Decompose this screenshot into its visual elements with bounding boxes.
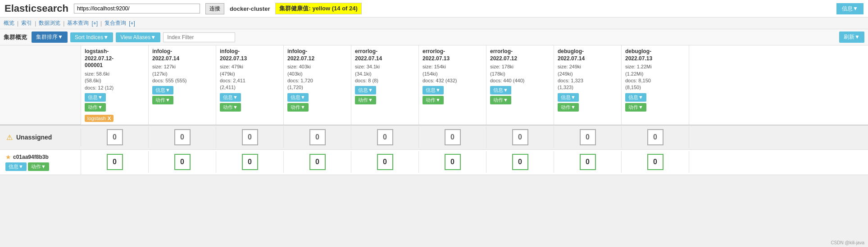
- nav-basic-plus[interactable]: [+]: [91, 20, 98, 27]
- node-shard-7: 0: [486, 151, 554, 173]
- index-meta: size: 34.1ki(34.1ki)docs: 8 (8): [355, 63, 415, 84]
- index-col-logstash: logstash-2022.07.12-000001 size: 58.6ki(…: [81, 45, 149, 125]
- index-meta: size: 1.22Mi(1.22Mi)docs: 8,150(8,150): [625, 63, 685, 91]
- info-button-debuglog14[interactable]: 信息▼: [558, 93, 579, 102]
- info-button-logstash[interactable]: 信息▼: [85, 93, 106, 102]
- action-button-logstash[interactable]: 动作▼: [85, 103, 106, 112]
- url-input[interactable]: [74, 4, 200, 13]
- unassigned-shard-2: 0: [149, 126, 216, 148]
- node-shard-4: 0: [284, 151, 351, 173]
- index-meta: size: 154ki(154ki)docs: 432 (432): [423, 63, 482, 84]
- nav-complex-plus[interactable]: [+]: [129, 20, 135, 27]
- unassigned-shard-1: 0: [81, 126, 149, 148]
- info-top-button[interactable]: 信息▼: [836, 3, 863, 14]
- index-name: errorlog-2022.07.14: [355, 48, 415, 62]
- unassigned-shard-7: 0: [486, 126, 554, 148]
- header: Elasticsearch 连接 docker-cluster 集群健康值: y…: [0, 0, 868, 18]
- index-name: errorlog-2022.07.13: [423, 48, 482, 62]
- toolbar: 集群概览 集群排序▼ Sort Indices▼ View Aliases▼ 刷…: [0, 29, 868, 45]
- cluster-sort-button[interactable]: 集群排序▼: [32, 31, 68, 43]
- cluster-name: docker-cluster: [230, 5, 270, 12]
- app-title: Elasticsearch: [5, 3, 68, 14]
- sort-indices-button[interactable]: Sort Indices▼: [70, 32, 113, 42]
- info-button-infolog13[interactable]: 信息▼: [220, 93, 241, 102]
- index-meta: size: 479ki(479ki)docs: 2,411(2,411): [220, 63, 280, 91]
- unassigned-shard-5: 0: [351, 126, 419, 148]
- star-icon: ★: [5, 153, 11, 161]
- index-col-infolog-14: infolog-2022.07.14 size: 127ki(127ki)doc…: [149, 45, 216, 125]
- nav-complex-query[interactable]: 复合查询: [105, 19, 126, 27]
- index-meta: size: 403ki(403ki)docs: 1,720(1,720): [287, 63, 347, 91]
- info-button-infolog12[interactable]: 信息▼: [287, 93, 309, 102]
- index-name: debuglog-2022.07.14: [558, 48, 618, 62]
- node-shard-2: 0: [149, 151, 216, 173]
- index-name: infolog-2022.07.14: [152, 48, 212, 62]
- action-button-debuglog14[interactable]: 动作▼: [558, 103, 579, 112]
- node-shard-5: 0: [351, 151, 419, 173]
- index-col-errorlog-13: errorlog-2022.07.13 size: 154ki(154ki)do…: [419, 45, 486, 125]
- index-headers-row: logstash-2022.07.12-000001 size: 58.6ki(…: [0, 45, 868, 125]
- node-shard-1: 0: [81, 151, 149, 173]
- index-col-errorlog-14: errorlog-2022.07.14 size: 34.1ki(34.1ki)…: [351, 45, 419, 125]
- node-shard-6: 0: [419, 151, 486, 173]
- index-col-debuglog-14: debuglog-2022.07.14 size: 249ki(249ki)do…: [554, 45, 622, 125]
- info-button-debuglog13[interactable]: 信息▼: [625, 93, 646, 102]
- index-col-debuglog-13: debuglog-2022.07.13 size: 1.22Mi(1.22Mi)…: [622, 45, 689, 125]
- action-button-infolog14[interactable]: 动作▼: [152, 96, 173, 104]
- refresh-button[interactable]: 刷新▼: [839, 31, 864, 43]
- unassigned-shard-3: 0: [216, 126, 284, 148]
- unassigned-label: Unassigned: [16, 134, 52, 141]
- index-meta: size: 178ki(178ki)docs: 440 (440): [490, 63, 550, 84]
- index-name: errorlog-2022.07.12: [490, 48, 550, 62]
- action-button-errorlog14[interactable]: 动作▼: [355, 96, 376, 104]
- warning-icon: ⚠: [6, 133, 13, 142]
- toolbar-title: 集群概览: [4, 33, 27, 41]
- info-button-errorlog12[interactable]: 信息▼: [490, 86, 511, 94]
- unassigned-row: ⚠ Unassigned 0 0 0 0 0 0 0 0 0: [0, 125, 868, 150]
- nav-index[interactable]: 索引: [21, 19, 32, 27]
- unassigned-shard-6: 0: [419, 126, 486, 148]
- node-row: ★ c01aa94f8b3b 信息▼ 动作▼ 0 0 0 0 0 0 0 0 0: [0, 150, 868, 175]
- index-filter-input[interactable]: [163, 32, 235, 42]
- alias-tag-logstash: logstash X: [85, 115, 114, 122]
- node-shard-8: 0: [554, 151, 622, 173]
- unassigned-shard-9: 0: [622, 126, 689, 148]
- nav-overview[interactable]: 概览: [4, 19, 14, 27]
- health-badge: 集群健康值: yellow (14 of 24): [275, 3, 361, 14]
- action-button-infolog12[interactable]: 动作▼: [287, 103, 309, 112]
- action-button-errorlog13[interactable]: 动作▼: [423, 96, 444, 104]
- action-button-errorlog12[interactable]: 动作▼: [490, 96, 511, 104]
- index-meta: size: 249ki(249ki)docs: 1,323(1,323): [558, 63, 618, 91]
- index-col-infolog-13: infolog-2022.07.13 size: 479ki(479ki)doc…: [216, 45, 284, 125]
- alias-remove-logstash[interactable]: X: [108, 116, 111, 121]
- index-name: infolog-2022.07.12: [287, 48, 347, 62]
- index-col-errorlog-12: errorlog-2022.07.12 size: 178ki(178ki)do…: [486, 45, 554, 125]
- info-button-errorlog13[interactable]: 信息▼: [423, 86, 444, 94]
- view-aliases-button[interactable]: View Aliases▼: [116, 32, 160, 42]
- index-name: debuglog-2022.07.13: [625, 48, 685, 62]
- index-meta: size: 127ki(127ki)docs: 555 (555): [152, 63, 212, 84]
- nav-data-browse[interactable]: 数据浏览: [39, 19, 60, 27]
- connect-button[interactable]: 连接: [205, 3, 224, 14]
- info-button-infolog14[interactable]: 信息▼: [152, 86, 173, 94]
- index-col-infolog-12: infolog-2022.07.12 size: 403ki(403ki)doc…: [284, 45, 351, 125]
- action-button-debuglog13[interactable]: 动作▼: [625, 103, 646, 112]
- node-action-button[interactable]: 动作▼: [28, 162, 49, 171]
- unassigned-shard-4: 0: [284, 126, 351, 148]
- index-name: logstash-2022.07.12-000001: [85, 48, 145, 69]
- index-name: infolog-2022.07.13: [220, 48, 280, 62]
- nav-bar: 概览 | 索引 | 数据浏览 | 基本查询 [+] | 复合查询 [+]: [0, 18, 868, 29]
- node-info-button[interactable]: 信息▼: [5, 162, 27, 171]
- unassigned-shard-8: 0: [554, 126, 622, 148]
- index-meta: size: 58.6ki(58.6ki)docs: 12 (12): [85, 71, 145, 91]
- info-button-errorlog14[interactable]: 信息▼: [355, 86, 376, 94]
- action-button-infolog13[interactable]: 动作▼: [220, 103, 241, 112]
- nav-basic-query[interactable]: 基本查询: [67, 19, 89, 27]
- node-shard-3: 0: [216, 151, 284, 173]
- node-name: c01aa94f8b3b: [13, 154, 49, 160]
- node-shard-9: 0: [622, 151, 689, 173]
